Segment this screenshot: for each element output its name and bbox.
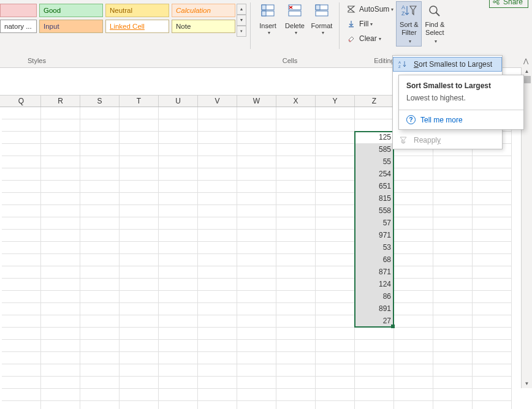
cell[interactable] [41,144,80,156]
cell[interactable] [237,340,276,352]
cell[interactable] [237,266,276,279]
cell[interactable] [159,144,198,156]
cell[interactable]: 124 [355,279,394,291]
cell[interactable] [41,254,80,266]
cell[interactable] [473,156,512,168]
cell[interactable] [80,205,120,217]
find-select-button[interactable]: Find & Select ▾ [422,1,447,47]
cell[interactable] [237,352,276,364]
cell[interactable] [2,352,41,364]
cell[interactable] [198,144,237,156]
cell[interactable] [316,144,355,156]
cell[interactable] [316,328,355,340]
cell[interactable] [316,303,355,315]
cell[interactable] [2,389,41,401]
cell[interactable] [394,230,433,242]
cell[interactable] [159,205,198,217]
cell[interactable] [41,377,80,389]
fill-button[interactable]: Fill ▾ [346,17,393,31]
cell[interactable] [394,401,433,409]
cell[interactable] [198,132,237,144]
cell[interactable] [159,107,198,119]
cell[interactable] [316,291,355,303]
cell[interactable] [394,389,433,401]
cell[interactable] [237,242,276,254]
spreadsheet-grid[interactable]: 1255855525465181555857971536887112486891… [0,107,532,409]
cell[interactable] [237,168,276,181]
cell[interactable] [316,279,355,291]
cell[interactable] [237,230,276,242]
cell[interactable] [80,315,120,328]
cell[interactable] [473,303,512,315]
cell[interactable]: 815 [355,193,394,205]
styles-more[interactable]: ▾ [237,26,246,37]
cell[interactable] [2,291,41,303]
cell[interactable] [120,328,159,340]
cell[interactable] [41,279,80,291]
cell[interactable] [159,242,198,254]
cell[interactable] [394,217,433,230]
cell[interactable] [159,217,198,230]
cell[interactable] [80,303,120,315]
cell[interactable] [159,132,198,144]
cell[interactable] [80,156,120,168]
cell[interactable] [41,340,80,352]
cell[interactable] [355,119,394,132]
cell[interactable] [41,352,80,364]
cell[interactable] [316,340,355,352]
cell[interactable] [198,107,237,119]
col-header-Z[interactable]: Z [355,96,394,107]
format-button[interactable]: Format ▾ [308,1,335,36]
cell[interactable] [394,315,433,328]
cell[interactable] [41,217,80,230]
cell[interactable] [159,291,198,303]
cell[interactable] [276,181,316,193]
cell[interactable] [198,254,237,266]
cell[interactable] [473,205,512,217]
cell[interactable] [2,132,41,144]
cell[interactable] [159,352,198,364]
col-header-R[interactable]: R [41,96,80,107]
cell[interactable] [433,328,473,340]
cell[interactable]: 871 [355,266,394,279]
insert-button[interactable]: Insert ▾ [254,1,281,36]
cell[interactable] [120,144,159,156]
cell[interactable] [394,328,433,340]
cell[interactable] [80,107,120,119]
cell[interactable] [80,401,120,409]
cell[interactable]: 27 [355,315,394,328]
cell[interactable] [276,168,316,181]
cell[interactable] [2,364,41,377]
cell[interactable]: 254 [355,168,394,181]
cell[interactable] [473,364,512,377]
cell[interactable] [237,401,276,409]
cell[interactable] [355,389,394,401]
cell[interactable] [159,266,198,279]
cell[interactable] [473,193,512,205]
cell[interactable] [276,315,316,328]
cell[interactable] [276,254,316,266]
cell[interactable] [276,230,316,242]
cell[interactable] [80,254,120,266]
cell[interactable] [159,193,198,205]
cell[interactable] [473,340,512,352]
cell[interactable] [198,328,237,340]
cell[interactable] [2,303,41,315]
cell[interactable] [433,205,473,217]
cell[interactable] [120,168,159,181]
cell[interactable] [316,193,355,205]
cell[interactable] [433,156,473,168]
cell[interactable] [159,377,198,389]
cell[interactable] [120,254,159,266]
delete-button[interactable]: Delete ▾ [281,1,308,36]
cell[interactable] [159,119,198,132]
col-header-T[interactable]: T [120,96,159,107]
cell[interactable] [276,205,316,217]
col-header-V[interactable]: V [198,96,237,107]
cell[interactable] [394,352,433,364]
col-header-W[interactable]: W [237,96,276,107]
cell[interactable] [394,242,433,254]
cell[interactable] [316,168,355,181]
cell[interactable]: 125 [355,132,394,144]
cell[interactable] [120,401,159,409]
